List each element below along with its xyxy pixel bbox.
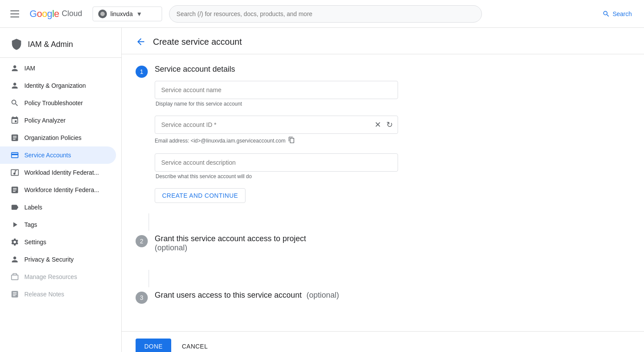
privacy-security-icon: [10, 255, 19, 264]
sidebar-item-iam-label: IAM: [24, 65, 35, 72]
sidebar-item-service-accounts[interactable]: Service Accounts: [0, 146, 116, 164]
cancel-button[interactable]: CANCEL: [175, 339, 215, 352]
sidebar-item-workforce-identity-label: Workforce Identity Federa...: [24, 186, 99, 193]
main-content: Create service account 1 Service account…: [122, 28, 644, 352]
policy-troubleshooter-icon: [10, 99, 19, 107]
search-input[interactable]: [176, 10, 475, 17]
manage-resources-icon: [10, 272, 19, 281]
step-2-optional: (optional): [155, 243, 187, 252]
refresh-id-button[interactable]: ↻: [385, 118, 395, 131]
sidebar-divider: [0, 57, 121, 58]
sidebar-item-identity-org[interactable]: Identity & Organization: [0, 77, 116, 94]
sidebar-item-identity-org-label: Identity & Organization: [24, 82, 86, 89]
settings-icon: [10, 238, 19, 246]
project-icon: [98, 10, 107, 18]
org-policies-icon: [10, 133, 19, 142]
clear-id-button[interactable]: ✕: [373, 118, 383, 131]
step-3: 3 Grant users access to this service acc…: [136, 291, 630, 307]
sidebar: IAM & Admin IAM Identity & Organization …: [0, 28, 122, 352]
step-1-indicator: 1: [136, 66, 148, 78]
iam-admin-icon: [10, 38, 23, 50]
tags-icon: [10, 220, 19, 229]
sidebar-item-org-policies[interactable]: Organization Policies: [0, 129, 116, 146]
sidebar-item-service-accounts-label: Service Accounts: [24, 152, 71, 159]
service-account-description-input[interactable]: [155, 153, 398, 172]
service-account-id-group: ✕ ↻ Email address: <id>@linuxvda.iam.gse…: [155, 116, 630, 145]
step-2: 2 Grant this service account access to p…: [136, 234, 630, 259]
step-3-indicator: 3: [136, 292, 148, 304]
search-label: Search: [613, 10, 632, 17]
step-connector-1-2: [149, 213, 149, 231]
sidebar-item-labels-label: Labels: [24, 204, 42, 211]
create-and-continue-button[interactable]: CREATE AND CONTINUE: [155, 188, 246, 203]
done-button[interactable]: DONE: [136, 339, 171, 352]
sidebar-item-privacy-security-label: Privacy & Security: [24, 256, 74, 263]
sidebar-item-release-notes-label: Release Notes: [24, 291, 64, 298]
labels-icon: [10, 203, 19, 212]
service-account-name-input[interactable]: [155, 81, 398, 99]
step-1: 1 Service account details Display name f…: [136, 65, 630, 203]
dropdown-arrow-icon: ▼: [136, 10, 142, 17]
google-cloud-logo[interactable]: Google Cloud: [30, 8, 82, 20]
sidebar-item-manage-resources[interactable]: Manage Resources: [0, 268, 116, 286]
email-hint-text: Email address: <id>@linuxvda.iam.gservic…: [155, 138, 285, 144]
sidebar-title: IAM & Admin: [28, 40, 73, 49]
step-connector-2-3: [149, 270, 149, 287]
copy-email-button[interactable]: [288, 136, 295, 145]
identity-org-icon: [10, 81, 19, 90]
search-button[interactable]: Search: [597, 7, 637, 21]
service-account-name-hint: Display name for this service account: [155, 101, 630, 107]
workforce-identity-icon: [10, 186, 19, 194]
service-account-id-actions: ✕ ↻: [373, 118, 395, 131]
page-title: Create service account: [153, 37, 242, 47]
sidebar-item-privacy-security[interactable]: Privacy & Security: [0, 251, 116, 268]
step-1-title: Service account details: [155, 65, 630, 74]
sidebar-item-org-policies-label: Organization Policies: [24, 134, 82, 141]
hamburger-menu[interactable]: [7, 7, 23, 21]
sidebar-item-tags[interactable]: Tags: [0, 216, 116, 233]
service-account-id-wrapper: ✕ ↻: [155, 116, 398, 134]
sidebar-item-settings[interactable]: Settings: [0, 233, 116, 251]
release-notes-icon: [10, 290, 19, 299]
app-layout: IAM & Admin IAM Identity & Organization …: [0, 28, 644, 352]
sidebar-header: IAM & Admin: [0, 31, 121, 56]
project-name: linuxvda: [110, 10, 133, 17]
project-selector[interactable]: linuxvda ▼: [93, 7, 162, 21]
service-accounts-icon: [10, 151, 19, 159]
service-account-description-group: Describe what this service account will …: [155, 153, 630, 179]
policy-analyzer-icon: [10, 116, 19, 125]
service-account-id-input[interactable]: [155, 116, 398, 134]
top-nav: Google Cloud linuxvda ▼ Search: [0, 0, 644, 28]
sidebar-item-policy-troubleshooter-label: Policy Troubleshooter: [24, 100, 83, 106]
service-account-description-hint: Describe what this service account will …: [155, 173, 630, 179]
sidebar-item-workload-identity-label: Workload Identity Federat...: [24, 169, 99, 176]
sidebar-item-policy-analyzer-label: Policy Analyzer: [24, 117, 66, 124]
sidebar-item-iam[interactable]: IAM: [0, 60, 116, 77]
search-icon: [602, 10, 610, 18]
sidebar-item-workforce-identity[interactable]: Workforce Identity Federa...: [0, 181, 116, 199]
page-header: Create service account: [122, 28, 644, 54]
iam-icon: [10, 64, 19, 73]
sidebar-item-tags-label: Tags: [24, 221, 37, 228]
step-2-title: Grant this service account access to pro…: [155, 234, 630, 252]
email-hint: Email address: <id>@linuxvda.iam.gservic…: [155, 136, 630, 145]
step-2-content: Grant this service account access to pro…: [155, 234, 630, 259]
search-bar: [169, 5, 482, 23]
sidebar-item-settings-label: Settings: [24, 239, 46, 246]
step-3-optional: (optional): [306, 291, 339, 299]
step-1-content: Service account details Display name for…: [155, 65, 630, 203]
service-account-name-group: Display name for this service account: [155, 81, 630, 107]
sidebar-item-release-notes[interactable]: Release Notes: [0, 286, 116, 303]
bottom-actions: DONE CANCEL: [122, 331, 644, 352]
sidebar-item-labels[interactable]: Labels: [0, 199, 116, 216]
back-button[interactable]: [136, 37, 146, 47]
step-2-indicator: 2: [136, 235, 148, 247]
step-3-content: Grant users access to this service accou…: [155, 291, 630, 307]
workload-identity-icon: [10, 168, 19, 177]
sidebar-item-policy-analyzer[interactable]: Policy Analyzer: [0, 112, 116, 129]
sidebar-item-policy-troubleshooter[interactable]: Policy Troubleshooter: [0, 94, 116, 112]
sidebar-item-manage-resources-label: Manage Resources: [24, 273, 77, 280]
step-3-title: Grant users access to this service accou…: [155, 291, 630, 300]
form-content: 1 Service account details Display name f…: [122, 54, 644, 328]
sidebar-item-workload-identity[interactable]: Workload Identity Federat...: [0, 164, 116, 181]
